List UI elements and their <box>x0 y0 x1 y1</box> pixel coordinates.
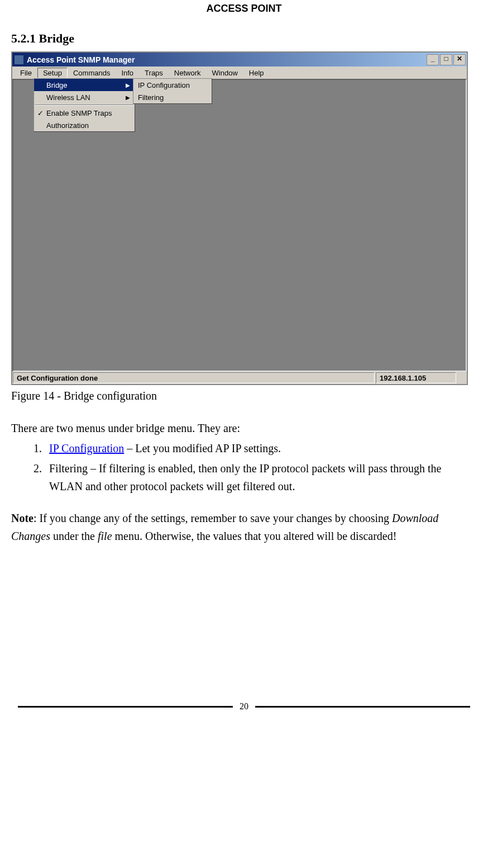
dropdown-authorization-label: Authorization <box>46 121 89 130</box>
dropdown-wireless-lan-label: Wireless LAN <box>46 93 90 102</box>
note-text: under the <box>50 530 98 542</box>
list-item: IP Configuration – Let you modified AP I… <box>45 439 477 457</box>
figure-caption: Figure 14 - Bridge configuration <box>11 390 477 402</box>
body-intro: There are two menus under bridge menu. T… <box>11 419 477 437</box>
list-item-text: – Let you modified AP IP settings. <box>124 442 281 454</box>
note-paragraph: Note: If you change any of the settings,… <box>11 509 477 545</box>
menu-window[interactable]: Window <box>207 68 243 78</box>
app-icon <box>15 55 23 64</box>
menu-network[interactable]: Network <box>169 68 207 78</box>
note-label: Note <box>11 512 34 524</box>
footer-rule <box>255 706 470 708</box>
note-text: menu. Otherwise, the values that you alt… <box>112 530 397 542</box>
setup-dropdown: Bridge ▶ Wireless LAN ▶ ✓ Enable SNMP Tr… <box>34 78 135 132</box>
menu-traps[interactable]: Traps <box>139 68 169 78</box>
dropdown-bridge-label: Bridge <box>46 81 68 89</box>
dropdown-bridge[interactable]: Bridge ▶ <box>34 79 135 91</box>
statusbar: Get Configuration done 192.168.1.105 <box>12 372 467 384</box>
menu-commands[interactable]: Commands <box>68 68 116 78</box>
note-italic: file <box>98 530 112 542</box>
titlebar: Access Point SNMP Manager _ □ ✕ <box>12 53 467 67</box>
dropdown-enable-snmp-traps-label: Enable SNMP Traps <box>46 109 112 117</box>
body-list: IP Configuration – Let you modified AP I… <box>11 439 477 495</box>
close-button[interactable]: ✕ <box>453 54 466 65</box>
menu-help[interactable]: Help <box>243 68 270 78</box>
submenu-arrow-icon: ▶ <box>126 94 130 101</box>
window-title: Access Point SNMP Manager <box>27 55 135 64</box>
footer-rule <box>18 706 233 708</box>
dropdown-separator <box>35 105 133 106</box>
menu-file[interactable]: File <box>15 68 37 78</box>
submenu-filtering[interactable]: Filtering <box>133 91 212 103</box>
submenu-ip-configuration[interactable]: IP Configuration <box>133 79 212 91</box>
section-heading: 5.2.1 Bridge <box>11 31 477 46</box>
dropdown-wireless-lan[interactable]: Wireless LAN ▶ <box>34 91 135 103</box>
resize-grip-icon[interactable] <box>457 372 467 384</box>
menu-setup[interactable]: Setup <box>37 68 68 78</box>
menubar: File Setup Commands Info Traps Network W… <box>12 67 467 79</box>
status-ip: 192.168.1.105 <box>376 372 456 383</box>
page-number: 20 <box>240 701 248 712</box>
page-footer: 20 <box>11 701 477 723</box>
dropdown-enable-snmp-traps[interactable]: ✓ Enable SNMP Traps <box>34 107 135 119</box>
bridge-submenu: IP Configuration Filtering <box>133 78 212 104</box>
page-header: ACCESS POINT <box>11 3 477 15</box>
app-window: Access Point SNMP Manager _ □ ✕ File Set… <box>11 51 468 385</box>
status-message: Get Configuration done <box>13 372 375 383</box>
maximize-button[interactable]: □ <box>440 54 452 65</box>
ip-configuration-link[interactable]: IP Configuration <box>49 442 124 454</box>
submenu-arrow-icon: ▶ <box>126 82 130 88</box>
checkmark-icon: ✓ <box>37 109 44 117</box>
minimize-button[interactable]: _ <box>427 54 439 65</box>
dropdown-authorization[interactable]: Authorization <box>34 119 135 131</box>
list-item: Filtering – If filtering is enabled, the… <box>45 459 477 495</box>
menu-info[interactable]: Info <box>116 68 139 78</box>
note-text: : If you change any of the settings, rem… <box>34 512 392 524</box>
